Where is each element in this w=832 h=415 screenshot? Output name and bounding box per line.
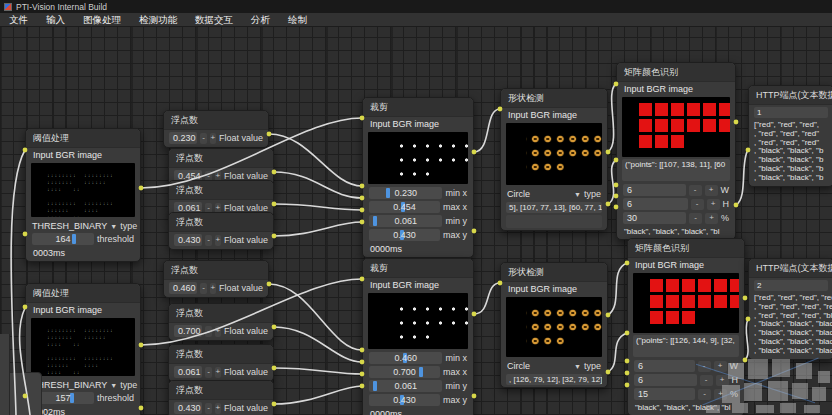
float-node-b4[interactable]: 浮点数 0.430 - + Float value xyxy=(168,380,274,415)
points-input-field[interactable]: ("points": [[107, 138, 11], [60 xyxy=(622,159,730,181)
matrix-color-node-1[interactable]: 矩阵颜色识别 Input BGR image ("points": [[107,… xyxy=(616,62,736,240)
slider-thumb[interactable] xyxy=(386,188,390,198)
menu-data-exchange[interactable]: 数据交互 xyxy=(186,13,242,27)
node-title[interactable]: 矩阵颜色识别 xyxy=(628,239,744,258)
node-title[interactable]: 裁剪 xyxy=(363,259,473,278)
menu-draw[interactable]: 绘制 xyxy=(279,13,316,27)
http-endpoint-node-1[interactable]: HTTP端点(文本数据 1 ["red", "red", "red", , "r… xyxy=(748,85,832,187)
crop-node-2[interactable]: 裁剪 Input BGR image 0.460 min x 0.700 max… xyxy=(362,258,474,415)
min-x-slider[interactable]: 0.230 xyxy=(369,187,442,199)
node-title[interactable]: 浮点数 xyxy=(169,181,273,200)
w-field[interactable]: 6 xyxy=(634,360,695,372)
min-y-slider[interactable]: 0.061 xyxy=(369,215,442,227)
window-titlebar[interactable]: PTI-Vision Internal Build xyxy=(0,0,832,13)
slider-thumb[interactable] xyxy=(419,367,423,377)
shape-detect-node-1[interactable]: 形状检测 Input BGR image Circle ▼ type 5], [… xyxy=(500,88,608,231)
node-title[interactable]: HTTP端点(文本数据) xyxy=(749,259,832,278)
endpoint-id-field[interactable]: 1 xyxy=(754,107,828,118)
node-title[interactable]: 形状检测 xyxy=(501,89,607,108)
float-node-b2[interactable]: 浮点数 0.700 - + Float value xyxy=(168,303,274,341)
node-title[interactable]: 阈值处理 xyxy=(26,284,140,303)
percent-field[interactable]: 15 xyxy=(634,388,695,400)
decrement-button[interactable]: - xyxy=(205,367,211,378)
increment-button[interactable]: + xyxy=(210,133,216,144)
increment-button[interactable]: + xyxy=(215,403,221,414)
decrement-button[interactable]: - xyxy=(205,235,211,246)
slider-thumb[interactable] xyxy=(70,393,74,403)
min-x-slider[interactable]: 0.460 xyxy=(369,352,442,364)
chevron-down-icon[interactable]: ▼ xyxy=(110,223,117,230)
increment-button[interactable]: + xyxy=(714,389,727,400)
menu-analysis[interactable]: 分析 xyxy=(242,13,279,27)
node-title[interactable]: 浮点数 xyxy=(164,111,268,130)
shape-detect-node-2[interactable]: 形状检测 Input BGR image Circle ▼ type , [12… xyxy=(500,262,608,388)
node-title[interactable]: 浮点数 xyxy=(164,261,268,280)
node-title[interactable]: 浮点数 xyxy=(169,381,273,400)
increment-button[interactable]: + xyxy=(215,367,221,378)
http-endpoint-node-2[interactable]: HTTP端点(文本数据) 2 ["red", "red", "red", "re… xyxy=(748,258,832,360)
endpoint-id-field[interactable]: 2 xyxy=(754,280,828,291)
increment-button[interactable]: + xyxy=(705,213,718,224)
decrement-button[interactable]: - xyxy=(689,185,702,196)
node-title[interactable]: HTTP端点(文本数据 xyxy=(749,86,832,105)
shape-type-value[interactable]: Circle xyxy=(507,361,571,371)
points-output-field[interactable]: 5], [107, 77, 13], [60, 77, 13], xyxy=(506,202,602,213)
shape-type-value[interactable]: Circle xyxy=(507,189,571,199)
node-title[interactable]: 阈值处理 xyxy=(26,129,140,148)
node-title[interactable]: 浮点数 xyxy=(169,149,273,168)
points-input-field[interactable]: ("points": [[126, 144, 9], [32, xyxy=(633,335,739,357)
float-value-field[interactable]: 0.430 xyxy=(174,402,202,414)
node-title[interactable]: 形状检测 xyxy=(501,263,607,282)
threshold-type-value[interactable]: THRESH_BINARY xyxy=(32,221,107,231)
increment-button[interactable]: + xyxy=(716,375,729,386)
points-output-field-2[interactable] xyxy=(506,215,602,228)
threshold-node-2[interactable]: 阈值处理 Input BGR image :::::::: :::::::: :… xyxy=(25,283,141,415)
slider-thumb[interactable] xyxy=(373,381,377,391)
min-y-slider[interactable]: 0.061 xyxy=(369,380,442,392)
increment-button[interactable]: + xyxy=(215,326,221,337)
threshold-node-1[interactable]: 阈值处理 Input BGR image :::::::: :::::::: :… xyxy=(25,128,141,262)
increment-button[interactable]: + xyxy=(705,185,718,196)
node-title[interactable]: 矩阵颜色识别 xyxy=(617,63,735,82)
increment-button[interactable]: + xyxy=(215,235,221,246)
increment-button[interactable]: + xyxy=(714,361,727,372)
float-node-a4[interactable]: 浮点数 0.430 - + Float value xyxy=(168,212,274,250)
node-title[interactable]: 浮点数 xyxy=(169,213,273,232)
increment-button[interactable]: + xyxy=(707,199,720,210)
menu-image-processing[interactable]: 图像处理 xyxy=(74,13,130,27)
decrement-button[interactable]: - xyxy=(205,403,211,414)
increment-button[interactable]: + xyxy=(210,283,216,294)
w-field[interactable]: 6 xyxy=(623,184,686,196)
decrement-button[interactable]: - xyxy=(689,213,702,224)
menu-detection[interactable]: 检测功能 xyxy=(130,13,186,27)
float-value-field[interactable]: 0.700 xyxy=(174,325,202,337)
max-y-slider[interactable]: 0.430 xyxy=(369,394,440,406)
float-value-field[interactable]: 0.460 xyxy=(169,282,197,294)
h-field[interactable]: 6 xyxy=(634,374,697,386)
float-node-b1[interactable]: 浮点数 0.460 - + Float value xyxy=(163,260,269,298)
menu-file[interactable]: 文件 xyxy=(0,13,37,27)
percent-field[interactable]: 30 xyxy=(623,212,686,224)
matrix-color-node-2[interactable]: 矩阵颜色识别 Input BGR image ("points": [[126,… xyxy=(627,238,745,415)
max-x-slider[interactable]: 0.700 xyxy=(369,366,440,378)
max-y-slider[interactable]: 0.430 xyxy=(369,229,440,241)
chevron-down-icon[interactable]: ▼ xyxy=(110,382,117,389)
slider-thumb[interactable] xyxy=(373,216,377,226)
float-node-a1[interactable]: 浮点数 0.230 - + Float value xyxy=(163,110,269,148)
float-node-b3[interactable]: 浮点数 0.061 - + Float value xyxy=(168,344,274,382)
chevron-down-icon[interactable]: ▼ xyxy=(574,363,581,370)
float-value-field[interactable]: 0.230 xyxy=(169,132,197,144)
node-title[interactable]: 浮点数 xyxy=(169,345,273,364)
menu-input[interactable]: 输入 xyxy=(37,13,74,27)
decrement-button[interactable]: - xyxy=(698,361,711,372)
decrement-button[interactable]: - xyxy=(700,375,713,386)
threshold-slider[interactable]: 164 xyxy=(32,233,94,245)
decrement-button[interactable]: - xyxy=(200,283,206,294)
decrement-button[interactable]: - xyxy=(698,389,711,400)
threshold-type-value[interactable]: THRESH_BINARY xyxy=(32,380,107,390)
float-value-field[interactable]: 0.430 xyxy=(174,234,202,246)
float-value-field[interactable]: 0.061 xyxy=(174,366,202,378)
decrement-button[interactable]: - xyxy=(205,326,211,337)
points-output-field[interactable]: , [126, 79, 12], [32, 79, 12], [ xyxy=(506,374,602,385)
h-field[interactable]: 6 xyxy=(623,198,688,210)
